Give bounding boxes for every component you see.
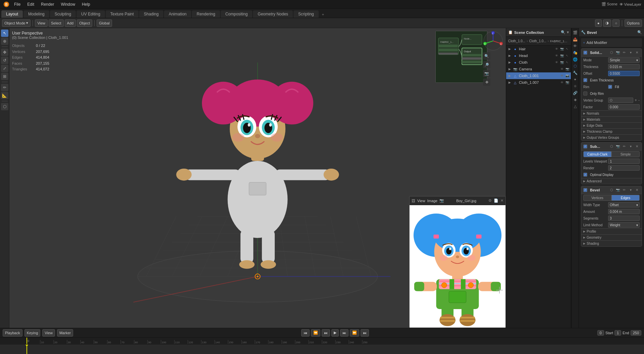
vgroup-value[interactable]: ⬡ (608, 98, 633, 103)
solidify-edit-icon[interactable]: ✏ (622, 50, 627, 55)
menu-window[interactable]: Window (58, 1, 78, 7)
add-menu-btn[interactable]: Add (65, 19, 76, 27)
only-rim-checkbox[interactable] (583, 92, 587, 96)
cloth-render-icon[interactable]: 📷 (559, 60, 564, 65)
tool-move[interactable]: ✥ (1, 49, 8, 56)
rim-checkbox[interactable]: ✓ (608, 85, 612, 89)
image-close-icon[interactable]: ✕ (500, 198, 503, 203)
catmull-clark-btn[interactable]: Catmull-Clark (583, 151, 611, 157)
edge-data-collapse[interactable]: ▶ Edge Data (581, 122, 642, 128)
subsurf-close-icon[interactable]: ✕ (634, 144, 640, 149)
current-frame-field[interactable]: 0 (597, 330, 604, 336)
limit-method-value[interactable]: Weight ▾ (608, 222, 640, 228)
outliner-search-icon[interactable]: 🔍 (561, 30, 566, 35)
cloth-select-icon[interactable]: ↖ (565, 60, 570, 65)
menu-file[interactable]: File (11, 1, 23, 7)
expand-icon[interactable]: ▶ (507, 80, 512, 84)
cloth007-render-icon[interactable]: 📷 (565, 80, 570, 85)
prop-icon-world[interactable]: 🌐 (572, 56, 578, 62)
advanced-collapse[interactable]: ▶ Advanced (581, 178, 642, 184)
bevel-enable-toggle[interactable]: ✓ (583, 188, 587, 192)
main-viewport[interactable]: User Perspective (0) Scene Collection | … (9, 28, 506, 328)
tool-measure[interactable]: 📐 (1, 92, 8, 99)
hair-render-icon[interactable]: 📷 (559, 47, 564, 51)
solidify-close-icon[interactable]: ✕ (634, 50, 640, 55)
head-view-icon[interactable]: 👁 (554, 53, 559, 58)
tab-texture-paint[interactable]: Texture Paint (106, 10, 139, 18)
prop-icon-modifier[interactable]: 🔧 (572, 70, 578, 76)
next-keyframe-btn[interactable]: ⏭ (340, 329, 348, 337)
zoom-in-btn[interactable]: 🔍 (483, 52, 490, 60)
timeline-track[interactable] (0, 345, 644, 354)
breadcrumb-1[interactable]: Cloth_1.0... (508, 39, 525, 43)
prop-icon-material[interactable]: ◈ (572, 97, 578, 103)
factor-value[interactable]: 0.000 (608, 104, 640, 110)
bevel-render-icon[interactable]: 📷 (615, 187, 621, 193)
even-thickness-checkbox[interactable]: ✓ (583, 78, 587, 82)
tool-annotate[interactable]: ✏ (1, 84, 8, 91)
hair-select-icon[interactable]: ↖ (565, 47, 570, 51)
cloth001-view-icon[interactable]: 👁 (559, 73, 564, 78)
vgroup-remove-icon[interactable]: - (638, 98, 640, 103)
solidify-expand-icon[interactable]: ▾ (628, 50, 633, 55)
jump-start-btn[interactable]: ⏮ (301, 329, 310, 337)
playback-menu[interactable]: Playback (3, 329, 22, 337)
mode-value[interactable]: Simple ▾ (608, 57, 640, 63)
render-value[interactable]: 2 (608, 165, 640, 171)
timeline-view-menu[interactable]: View (42, 329, 55, 337)
pan-btn[interactable]: ✥ (483, 78, 490, 86)
solidify-render-icon[interactable]: 📷 (615, 50, 621, 55)
keying-menu[interactable]: Keying (24, 329, 41, 337)
prop-icon-constraints[interactable]: 🔗 (572, 90, 578, 96)
outliner-filter-icon[interactable]: ▾ (567, 30, 569, 35)
offset-value[interactable]: 0.5500 (608, 71, 640, 76)
marker-menu[interactable]: Marker (57, 329, 73, 337)
end-frame-field[interactable]: 250 (631, 330, 641, 336)
simple-btn[interactable]: Simple (611, 151, 640, 157)
outliner-item-hair[interactable]: ▶ ● Hair 👁 📷 ↖ (506, 46, 571, 52)
width-type-value[interactable]: Offset ▾ (608, 202, 640, 208)
subsurf-edit-icon[interactable]: ✏ (622, 144, 627, 149)
geometry-collapse[interactable]: ▶ Geometry (581, 234, 642, 240)
prev-keyframe-btn[interactable]: ⏭ (322, 329, 330, 337)
jump-end-btn[interactable]: ⏭ (361, 329, 369, 337)
tab-rendering[interactable]: Rendering (192, 10, 220, 18)
hair-view-icon[interactable]: 👁 (554, 47, 559, 51)
tool-scale[interactable]: ⤢ (1, 65, 8, 72)
tool-rotate[interactable]: ↺ (1, 57, 8, 64)
add-workspace-btn[interactable]: + (319, 11, 327, 18)
bevel-close-icon[interactable]: ✕ (634, 187, 640, 193)
menu-edit[interactable]: Edit (24, 1, 37, 7)
head-render-icon[interactable]: 📷 (559, 53, 564, 58)
options-btn[interactable]: Options (625, 19, 642, 27)
solidify-enable-toggle[interactable]: ✓ (583, 51, 587, 55)
expand-icon[interactable]: ▶ (507, 54, 512, 58)
tool-select[interactable]: ↖ (1, 30, 8, 37)
object-menu-btn[interactable]: Object (77, 19, 92, 27)
timeline-main[interactable]: 0 10 20 30 40 50 60 70 80 90 100 110 120 (0, 337, 644, 354)
prev-frame-btn[interactable]: ⏪ (311, 329, 320, 337)
prop-icon-output[interactable]: 📤 (572, 36, 578, 42)
camera-view-btn[interactable]: 📷 (483, 70, 490, 77)
outliner-item-cloth[interactable]: ▶ ● Cloth 👁 📷 ↖ (506, 59, 571, 66)
solidify-realtime-icon[interactable]: ⬡ (609, 50, 614, 55)
transform-global-btn[interactable]: Global (97, 19, 112, 27)
tab-modeling[interactable]: Modeling (23, 10, 49, 18)
properties-search-icon[interactable]: 🔍 (637, 30, 642, 35)
tab-shading[interactable]: Shading (139, 10, 163, 18)
view-menu[interactable]: View (417, 199, 425, 203)
shading-collapse[interactable]: ▶ Shading (581, 240, 642, 246)
cloth007-view-icon[interactable]: 👁 (559, 80, 564, 85)
shading-material-btn[interactable]: ◑ (603, 19, 611, 27)
image-viewer-panel[interactable]: 🖼 View Image 📷 Boy_Girl.jpg ⚙ 📄 ✕ (409, 196, 506, 328)
subsurf-render-icon[interactable]: 📷 (615, 144, 621, 149)
outliner-item-camera[interactable]: ▶ 📷 Camera 👁 📷 (506, 66, 571, 72)
subsurf-enable-toggle[interactable]: ✓ (583, 144, 587, 149)
tool-add-primitives[interactable]: ⬡ (1, 103, 8, 110)
outliner-item-cloth-001[interactable]: ▶ △ Cloth_1.001 👁 📷 (506, 72, 571, 79)
shading-solid-btn[interactable]: ● (595, 19, 602, 27)
tab-layout[interactable]: Layout (1, 10, 23, 18)
expand-icon[interactable]: ▶ (507, 47, 512, 51)
breadcrumb-2[interactable]: Cloth_1.0... (529, 39, 546, 43)
head-select-icon[interactable]: ↖ (565, 53, 570, 58)
